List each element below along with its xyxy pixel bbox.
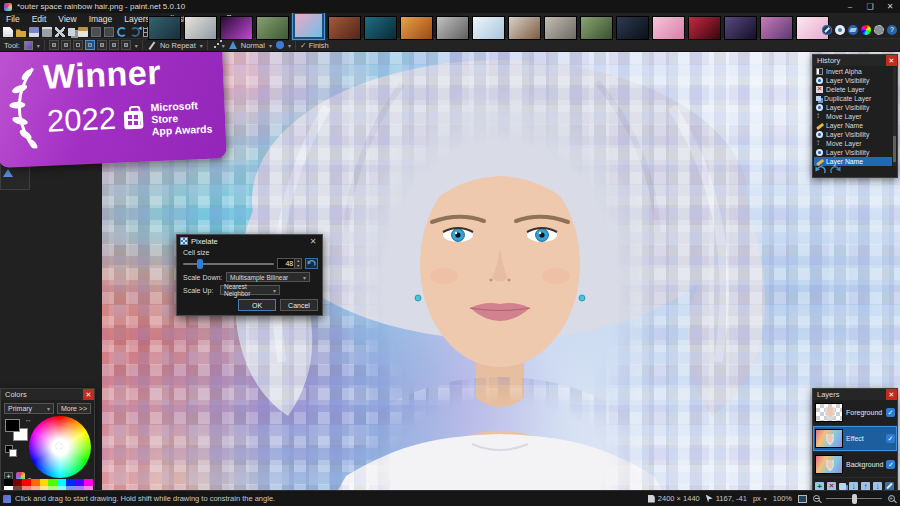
- close-button[interactable]: ✕: [880, 0, 900, 13]
- colors-panel-title-bar[interactable]: Colors ✕: [1, 389, 94, 400]
- image-thumbnail[interactable]: [472, 16, 505, 40]
- help-icon[interactable]: [887, 25, 897, 35]
- reset-colors-icon[interactable]: [5, 445, 13, 453]
- history-item[interactable]: Layer Visibility: [814, 148, 892, 157]
- history-toggle-icon[interactable]: [835, 25, 845, 35]
- color-mode-select[interactable]: Primary: [4, 403, 54, 414]
- maximize-button[interactable]: ❑: [860, 0, 880, 13]
- chevron-left-icon[interactable]: ◂: [138, 16, 145, 40]
- palette-swatch[interactable]: [40, 479, 49, 486]
- image-thumbnail[interactable]: [148, 16, 181, 40]
- zoom-in-icon[interactable]: [888, 495, 895, 502]
- history-item[interactable]: Move Layer: [814, 112, 892, 121]
- palette-swatch[interactable]: [84, 479, 93, 486]
- history-item[interactable]: Layer Name: [814, 121, 892, 130]
- repeat-mode-value[interactable]: No Repeat: [160, 41, 196, 50]
- image-thumbnail[interactable]: [760, 16, 793, 40]
- palette-swatch[interactable]: [66, 479, 75, 486]
- zoom-slider[interactable]: [826, 494, 882, 504]
- settings-icon[interactable]: [874, 25, 884, 35]
- image-thumbnail[interactable]: [292, 11, 325, 40]
- repeat-mode-caret[interactable]: [200, 41, 203, 50]
- image-thumbnail[interactable]: [580, 16, 613, 40]
- new-icon[interactable]: [3, 27, 13, 37]
- image-thumbnail[interactable]: [400, 16, 433, 40]
- deselect-icon[interactable]: [104, 27, 114, 37]
- history-item[interactable]: Delete Layer: [814, 85, 892, 94]
- history-item[interactable]: Move Layer: [814, 139, 892, 148]
- selection-mode-caret[interactable]: [288, 41, 291, 50]
- scale-down-select[interactable]: Multisample Bilinear: [226, 272, 310, 282]
- primary-color-swatch[interactable]: [5, 419, 20, 432]
- current-tool-icon[interactable]: [24, 41, 33, 50]
- cut-icon[interactable]: [55, 27, 65, 37]
- paste-icon[interactable]: [78, 27, 88, 37]
- unit-select[interactable]: px: [753, 494, 767, 503]
- scale-up-select[interactable]: Nearest Neighbor: [220, 285, 280, 295]
- save-icon[interactable]: [29, 27, 39, 37]
- color-wheel[interactable]: [29, 416, 91, 478]
- fill-style-button[interactable]: [85, 40, 95, 50]
- dash-style-icon[interactable]: [214, 46, 216, 48]
- palette-swatch[interactable]: [13, 479, 22, 486]
- image-thumbnail[interactable]: [508, 16, 541, 40]
- layer-visibility-checkbox[interactable]: [886, 460, 895, 469]
- image-thumbnail[interactable]: [544, 16, 577, 40]
- history-close-icon[interactable]: ✕: [886, 55, 897, 66]
- history-item[interactable]: Layer Visibility: [814, 103, 892, 112]
- zoom-out-icon[interactable]: [813, 495, 820, 502]
- fill-style-button[interactable]: [97, 40, 107, 50]
- fill-style-caret[interactable]: [135, 41, 138, 50]
- palette-swatch[interactable]: [31, 479, 40, 486]
- menu-item[interactable]: View: [52, 13, 82, 26]
- layers-panel-title-bar[interactable]: Layers ✕: [813, 389, 897, 400]
- palette-swatch[interactable]: [48, 479, 57, 486]
- blend-mode-caret[interactable]: [269, 41, 272, 50]
- menu-item[interactable]: Edit: [26, 13, 53, 26]
- layers-close-icon[interactable]: ✕: [886, 389, 897, 400]
- slider-thumb[interactable]: [197, 259, 203, 269]
- selection-mode-icon[interactable]: [276, 41, 284, 49]
- redo-icon[interactable]: [830, 166, 841, 175]
- fill-style-button[interactable]: [49, 40, 59, 50]
- fit-window-icon[interactable]: [798, 495, 807, 503]
- menu-item[interactable]: Image: [83, 13, 119, 26]
- cell-size-slider[interactable]: [183, 263, 274, 265]
- palette-swatch[interactable]: [57, 479, 66, 486]
- fill-style-button[interactable]: [109, 40, 119, 50]
- fill-style-button[interactable]: [61, 40, 71, 50]
- finish-button[interactable]: ✓ Finish: [300, 41, 329, 50]
- layer-row[interactable]: Effect: [813, 426, 897, 452]
- image-thumbnail[interactable]: [616, 16, 649, 40]
- history-item[interactable]: Duplicate Layer: [814, 94, 892, 103]
- open-icon[interactable]: [16, 27, 26, 37]
- ok-button[interactable]: OK: [238, 299, 276, 311]
- image-thumbnail[interactable]: [724, 16, 757, 40]
- menu-item[interactable]: File: [0, 13, 26, 26]
- history-item[interactable]: Invert Alpha: [814, 67, 892, 76]
- line-style-icon[interactable]: [147, 41, 156, 50]
- dash-style-caret[interactable]: [222, 41, 225, 50]
- image-thumbnail[interactable]: [220, 16, 253, 40]
- duplicate-layer-icon[interactable]: [839, 483, 846, 490]
- history-item[interactable]: Layer Visibility: [814, 76, 892, 85]
- history-scrollbar[interactable]: [893, 67, 896, 166]
- zoom-slider-thumb[interactable]: [852, 494, 857, 504]
- print-icon[interactable]: [42, 27, 52, 37]
- image-thumbnail[interactable]: [328, 16, 361, 40]
- overflow-icon[interactable]: [813, 25, 819, 35]
- copy-icon[interactable]: [68, 28, 75, 36]
- layer-row[interactable]: Background: [813, 452, 897, 478]
- more-button[interactable]: More >>: [57, 403, 91, 414]
- reset-button[interactable]: [305, 258, 318, 269]
- tool-dropdown-caret[interactable]: [37, 41, 40, 50]
- swap-colors-icon[interactable]: ↔: [25, 416, 32, 423]
- dialog-title-bar[interactable]: Pixelate ✕: [177, 235, 322, 247]
- colors-close-icon[interactable]: ✕: [83, 389, 94, 400]
- dialog-close-icon[interactable]: ✕: [307, 237, 319, 246]
- cell-size-input[interactable]: 48 ▴▾: [277, 258, 303, 269]
- spinner[interactable]: ▴▾: [294, 259, 301, 268]
- palette-swatch[interactable]: [75, 479, 84, 486]
- antialiasing-icon[interactable]: [229, 41, 237, 49]
- color-wheel-cursor[interactable]: [56, 443, 62, 449]
